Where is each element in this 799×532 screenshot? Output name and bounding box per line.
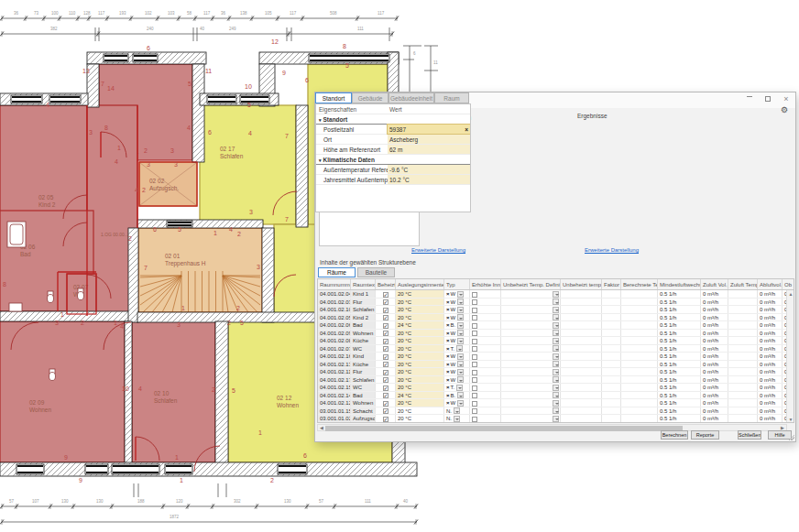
typ-dropdown-icon[interactable]	[457, 353, 464, 360]
room-wohnen09[interactable]	[0, 321, 125, 462]
table-row[interactable]: 04.001.02.06Bad✓24 °C×B. 0.5 1/h0 m³/h0 …	[318, 321, 794, 330]
definition-dropdown-icon[interactable]	[553, 376, 559, 383]
definition-dropdown-icon[interactable]	[553, 299, 559, 305]
definition-dropdown-icon[interactable]	[553, 400, 559, 407]
table-row[interactable]: 04.001.02.14Bad✓24 °C×B. 0.5 1/h0 m³/h0 …	[318, 392, 794, 400]
definition-dropdown-icon[interactable]	[553, 369, 559, 375]
typ-dropdown-icon[interactable]	[454, 407, 460, 414]
definition-dropdown-icon[interactable]	[553, 361, 559, 367]
table-row[interactable]: 04.001.02.07WC✓20 °C×T. 0.5 1/h0 m³/h0 m…	[318, 345, 794, 353]
definition-dropdown-icon[interactable]	[553, 314, 559, 320]
erhoehte-checkbox[interactable]	[472, 331, 477, 336]
clear-icon[interactable]: ×	[465, 125, 468, 135]
definition-dropdown-icon[interactable]	[553, 416, 559, 422]
typ-dropdown-icon[interactable]	[456, 345, 463, 352]
table-row[interactable]: 04.001.02.08Küche✓20 °C×W 0.5 1/h0 m³/h0…	[318, 337, 794, 345]
minimize-icon[interactable]	[742, 93, 757, 105]
cell-innentemp[interactable]: 20 °C	[396, 290, 444, 298]
tab-bauteile[interactable]: Bauteile	[357, 267, 395, 277]
beheizt-checkbox[interactable]: ✓	[383, 385, 389, 391]
table-row[interactable]: 03.001.01.02Aufzugsc.✓20 °CN. 0.5 1/h0 m…	[318, 415, 794, 423]
erhoehte-checkbox[interactable]	[472, 299, 477, 305]
beheizt-checkbox[interactable]: ✓	[383, 299, 389, 305]
berechnen-button[interactable]: Berechnen	[661, 430, 688, 440]
cell-innentemp[interactable]: 24 °C	[396, 392, 444, 399]
typ-dropdown-icon[interactable]	[457, 376, 464, 383]
beheizt-checkbox[interactable]: ✓	[383, 354, 389, 360]
beheizt-checkbox[interactable]: ✓	[383, 417, 389, 422]
cell-innentemp[interactable]: 20 °C	[396, 345, 444, 353]
definition-dropdown-icon[interactable]	[553, 338, 559, 344]
table-row[interactable]: 04.001.02.10Schlafen✓20 °C×W 0.5 1/h0 m³…	[318, 306, 794, 314]
cell-innentemp[interactable]: 20 °C	[396, 299, 444, 306]
scroll-down-icon[interactable]: ▼	[787, 416, 794, 423]
beheizt-checkbox[interactable]: ✓	[383, 401, 389, 407]
maximize-icon[interactable]	[761, 93, 775, 105]
cell-innentemp[interactable]: 20 °C	[396, 306, 444, 313]
typ-dropdown-icon[interactable]	[457, 322, 464, 329]
beheizt-checkbox[interactable]: ✓	[383, 323, 389, 329]
table-row[interactable]: 04.001.02.15WC✓20 °C×T. 0.5 1/h0 m³/h0 m…	[318, 384, 794, 392]
tab-raum[interactable]: Raum	[434, 92, 469, 103]
cell-innentemp[interactable]: 20 °C	[396, 361, 444, 368]
table-row[interactable]: 04.001.02.03Flur✓20 °C×W 0.5 1/h0 m³/h0 …	[318, 299, 794, 307]
erhoehte-checkbox[interactable]	[472, 370, 477, 375]
cell-innentemp[interactable]: 20 °C	[396, 314, 444, 321]
results-expanded-link[interactable]: Erweiterte Darstellung	[585, 247, 639, 253]
cell-innentemp[interactable]: 20 °C	[396, 337, 444, 344]
typ-dropdown-icon[interactable]	[457, 330, 464, 336]
scroll-left-icon[interactable]: ◀	[318, 425, 325, 431]
beheizt-checkbox[interactable]: ✓	[383, 292, 389, 298]
definition-dropdown-icon[interactable]	[553, 322, 559, 329]
erhoehte-checkbox[interactable]	[472, 417, 477, 422]
property-value[interactable]: -9.6 °C	[388, 165, 470, 174]
table-row[interactable]: 04.001.02.12Wohnen✓20 °C×W 0.5 1/h0 m³/h…	[318, 399, 794, 407]
beheizt-checkbox[interactable]: ✓	[383, 308, 389, 313]
erhoehte-checkbox[interactable]	[472, 385, 477, 391]
definition-dropdown-icon[interactable]	[553, 385, 559, 391]
cell-innentemp[interactable]: 20 °C	[396, 415, 444, 422]
beheizt-checkbox[interactable]: ✓	[383, 377, 389, 383]
cell-innentemp[interactable]: 20 °C	[396, 368, 444, 375]
table-row[interactable]: 04.001.02.09Wohnen✓20 °C×W 0.5 1/h0 m³/h…	[318, 330, 794, 338]
resize-grip[interactable]	[788, 434, 794, 440]
room-treppe[interactable]	[138, 228, 262, 312]
erhoehte-checkbox[interactable]	[472, 377, 477, 383]
erhoehte-checkbox[interactable]	[472, 323, 477, 329]
cell-innentemp[interactable]: 20 °C	[396, 407, 444, 415]
schlie-en-button[interactable]: Schließen	[738, 430, 761, 440]
reporte-button[interactable]: Reporte	[691, 430, 719, 440]
erhoehte-checkbox[interactable]	[472, 292, 477, 298]
cell-innentemp[interactable]: 24 °C	[396, 321, 444, 329]
property-value[interactable]: 62 m	[388, 145, 470, 154]
beheizt-checkbox[interactable]: ✓	[383, 331, 389, 336]
room-schlafen17[interactable]	[200, 105, 296, 224]
erhoehte-checkbox[interactable]	[472, 315, 477, 320]
erhoehte-checkbox[interactable]	[472, 401, 477, 407]
beheizt-checkbox[interactable]: ✓	[383, 362, 389, 367]
definition-dropdown-icon[interactable]	[553, 345, 559, 352]
scroll-up-icon[interactable]: ▲	[787, 290, 794, 298]
beheizt-checkbox[interactable]: ✓	[383, 408, 389, 414]
table-row[interactable]: 04.001.02.17Schlafen✓20 °C×W 0.5 1/h0 m³…	[318, 376, 794, 385]
erhoehte-checkbox[interactable]	[472, 339, 477, 344]
gear-icon[interactable]: ⚙	[781, 106, 788, 114]
room-schlafen10[interactable]	[132, 321, 215, 462]
tab-standort[interactable]: Standort	[315, 92, 352, 103]
beheizt-checkbox[interactable]: ✓	[383, 393, 389, 398]
typ-dropdown-icon[interactable]	[457, 361, 464, 367]
definition-dropdown-icon[interactable]	[553, 330, 559, 336]
typ-dropdown-icon[interactable]	[457, 400, 464, 407]
typ-dropdown-icon[interactable]	[457, 369, 464, 375]
typ-dropdown-icon[interactable]	[457, 392, 464, 398]
tab-geb-udeeinheit[interactable]: Gebäudeeinheit	[389, 92, 434, 103]
cell-innentemp[interactable]: 20 °C	[396, 399, 444, 407]
erhoehte-checkbox[interactable]	[472, 354, 477, 360]
typ-dropdown-icon[interactable]	[456, 385, 463, 391]
table-row[interactable]: 04.001.02.11Flur✓20 °C×W 0.5 1/h0 m³/h0 …	[318, 368, 794, 376]
property-value[interactable]: 10.2 °C	[388, 175, 470, 184]
table-row[interactable]: 04.001.02.05Kind 2✓20 °C×W 0.5 1/h0 m³/h…	[318, 314, 794, 322]
cell-innentemp[interactable]: 20 °C	[396, 376, 444, 384]
cell-innentemp[interactable]: 20 °C	[396, 330, 444, 337]
property-value[interactable]: Ascheberg	[388, 135, 470, 144]
